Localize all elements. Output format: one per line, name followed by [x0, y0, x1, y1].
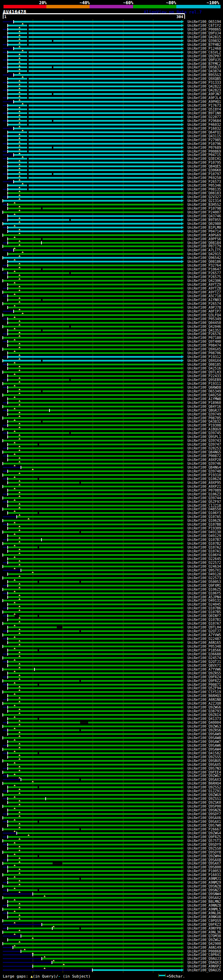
hit-label[interactable]: UniRef100_Q9SEB9 [188, 378, 221, 382]
hit-bar[interactable] [3, 542, 181, 544]
hit-bar[interactable] [3, 474, 181, 476]
hit-bar[interactable] [8, 97, 181, 99]
hit-bar[interactable] [3, 223, 181, 224]
hit-label[interactable]: UniRef100_Q106Y4 [188, 553, 221, 557]
hit-bar[interactable] [8, 173, 181, 175]
hit-label[interactable]: UniRef100_P10795 [188, 161, 221, 164]
hit-bar[interactable] [42, 958, 181, 959]
hit-bar[interactable] [8, 592, 181, 594]
hit-bar[interactable] [8, 501, 181, 503]
hit-bar[interactable] [8, 638, 181, 640]
hit-bar[interactable] [8, 29, 181, 30]
hit-bar[interactable] [52, 962, 181, 963]
hit-bar[interactable] [8, 131, 181, 133]
hit-label[interactable]: UniRef100_Q9SAW8 [188, 736, 221, 740]
hit-label[interactable]: UniRef100_Q39832 [188, 39, 221, 43]
hit-label[interactable]: UniRef100_P16031 [188, 873, 221, 877]
hit-bar[interactable] [3, 691, 181, 693]
hit-bar[interactable] [3, 657, 181, 659]
hit-bar[interactable] [3, 862, 181, 864]
hit-bar[interactable] [3, 417, 181, 419]
hit-bar[interactable] [14, 74, 181, 76]
hit-bar[interactable] [3, 703, 181, 704]
hit-label[interactable]: UniRef100_A9XP95 [188, 481, 221, 485]
hit-bar[interactable] [8, 322, 181, 324]
hit-label[interactable]: UniRef100_P00872 [188, 454, 221, 458]
hit-label[interactable]: UniRef100_P07180 [188, 336, 221, 340]
hit-label[interactable]: UniRef100_Q9ZWG3 [188, 724, 221, 728]
hit-bar[interactable] [21, 935, 181, 937]
hit-label[interactable]: UniRef100_C6T1Y2 [188, 24, 221, 27]
hit-label[interactable]: UniRef100_P08135 [188, 188, 221, 191]
hit-label[interactable]: UniRef100_Q106Z4 [188, 477, 221, 481]
hit-label[interactable]: UniRef100_P10797 [188, 172, 221, 176]
hit-bar[interactable] [3, 257, 181, 259]
hit-bar[interactable] [3, 394, 181, 396]
hit-label[interactable]: UniRef100_Q6RWD8 [188, 385, 221, 389]
hit-bar[interactable] [8, 158, 181, 159]
hit-bar[interactable] [8, 825, 181, 826]
hit-bar[interactable] [3, 577, 181, 579]
hit-label[interactable]: UniRef100_Q9ZRS5 [188, 671, 221, 675]
hit-label[interactable]: UniRef100_Q107A5 [188, 515, 221, 519]
hit-label[interactable]: UniRef100_Q36688 [188, 652, 221, 656]
hit-label[interactable]: UniRef100_P26575 [188, 275, 221, 279]
hit-bar[interactable] [17, 516, 181, 518]
hit-bar[interactable] [8, 687, 181, 689]
hit-bar[interactable] [8, 729, 181, 731]
hit-bar[interactable] [8, 169, 181, 171]
hit-label[interactable]: UniRef100_Q9SNZ6 [188, 808, 221, 812]
hit-label[interactable]: UniRef100_A1YN03 [188, 298, 221, 302]
hit-label[interactable]: UniRef100_Q9ZSS1 [188, 797, 221, 800]
hit-label[interactable]: UniRef100_A9NL36 [188, 930, 221, 934]
hit-label[interactable]: UniRef100_Q9S7W0 [188, 824, 221, 827]
hit-bar[interactable] [8, 318, 181, 320]
hit-label[interactable]: UniRef100_Q9SAW4 [188, 748, 221, 751]
hit-label[interactable]: UniRef100_B9S5G3 [188, 73, 221, 77]
hit-bar[interactable] [8, 447, 181, 449]
hit-label[interactable]: UniRef100_Q9T4H0 [188, 340, 221, 344]
hit-bar[interactable] [8, 242, 181, 244]
hit-bar[interactable] [8, 368, 181, 369]
hit-bar[interactable] [8, 67, 181, 68]
hit-bar[interactable] [8, 790, 181, 792]
hit-label[interactable]: UniRef100_Q42516 [188, 366, 221, 370]
hit-bar[interactable] [8, 44, 181, 46]
hit-bar[interactable] [3, 714, 181, 716]
hit-label[interactable]: UniRef100_Q9FRZ5 [188, 835, 221, 839]
hit-bar[interactable] [8, 135, 181, 137]
hit-label[interactable]: UniRef100_Q9ZSK0 [188, 800, 221, 805]
hit-label[interactable]: UniRef100_Q40004 [188, 721, 221, 724]
hit-bar[interactable] [8, 642, 181, 643]
hit-label[interactable]: UniRef100_Q9ZWG6 [188, 705, 221, 709]
hit-label[interactable]: UniRef100_Q3ECH1 [188, 157, 221, 161]
hit-label[interactable]: UniRef100_B9T1N0 [188, 111, 221, 115]
hit-bar[interactable] [14, 154, 181, 156]
hit-bar[interactable] [8, 684, 181, 686]
hit-bar[interactable] [8, 86, 181, 87]
hit-label[interactable]: UniRef100_P32764 [188, 264, 221, 267]
hit-label[interactable]: UniRef100_Q43832 [188, 420, 221, 423]
hit-bar[interactable] [8, 165, 181, 167]
hit-bar[interactable] [8, 253, 181, 255]
hit-bar[interactable] [8, 581, 181, 583]
hit-label[interactable]: UniRef100_A2ZJQ0 [188, 702, 221, 705]
hit-bar[interactable] [8, 143, 181, 145]
hit-bar[interactable] [8, 356, 181, 358]
hit-bar[interactable] [8, 722, 181, 724]
hit-bar[interactable] [3, 817, 181, 819]
hit-bar[interactable] [8, 272, 181, 274]
hit-label[interactable]: UniRef100_A7LIT5 [188, 248, 221, 252]
hit-label[interactable]: UniRef100_P46032 [188, 123, 221, 127]
hit-bar[interactable] [8, 261, 181, 262]
hit-bar[interactable] [8, 124, 181, 126]
hit-bar[interactable] [8, 196, 181, 198]
hit-bar[interactable] [3, 931, 181, 933]
hit-bar[interactable] [3, 280, 181, 282]
hit-bar[interactable] [8, 147, 181, 148]
hit-label[interactable]: UniRef100_Q9ZSS0 [188, 846, 221, 850]
hit-bar[interactable] [8, 409, 181, 411]
hit-label[interactable]: UniRef100_O22573 [188, 576, 221, 580]
hit-bar[interactable] [3, 212, 181, 213]
hit-label[interactable]: UniRef100_A9XP21 [188, 485, 221, 488]
